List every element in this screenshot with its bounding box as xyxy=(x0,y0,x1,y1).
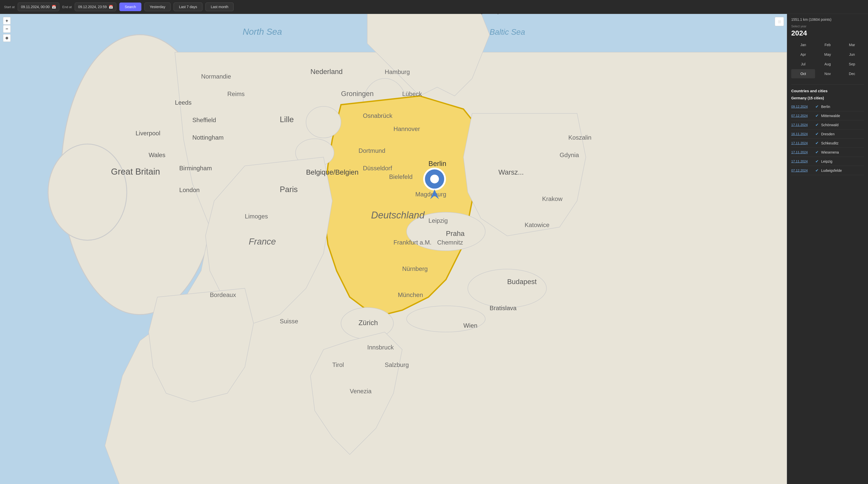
city-item: 07.12.2024✔Ludwigsfelde xyxy=(791,166,864,175)
top-bar: Start at 09.11.2024, 00:00 📅 End at 09.1… xyxy=(0,0,868,14)
svg-text:Wales: Wales xyxy=(149,152,165,158)
month-btn-sep[interactable]: Sep xyxy=(840,60,864,69)
end-calendar-icon: 📅 xyxy=(109,5,113,9)
month-btn-feb[interactable]: Feb xyxy=(815,40,839,50)
svg-text:Budapest: Budapest xyxy=(507,278,537,285)
svg-text:Nottingham: Nottingham xyxy=(192,134,223,141)
svg-text:Suisse: Suisse xyxy=(280,318,298,325)
city-check-icon: ✔ xyxy=(815,159,818,164)
location-button[interactable]: ⊕ xyxy=(3,34,11,42)
month-btn-jun[interactable]: Jun xyxy=(840,50,864,59)
city-name: Wiesenena xyxy=(821,150,839,154)
city-date[interactable]: 09.12.2024 xyxy=(791,105,813,109)
city-check-icon: ✔ xyxy=(815,150,818,155)
svg-text:Birmingham: Birmingham xyxy=(179,165,212,172)
city-date[interactable]: 07.12.2024 xyxy=(791,114,813,118)
svg-text:Reims: Reims xyxy=(227,90,245,97)
month-btn-dec[interactable]: Dec xyxy=(840,69,864,78)
city-check-icon: ✔ xyxy=(815,168,818,173)
svg-text:Region Syddanmark: Region Syddanmark xyxy=(472,14,528,14)
svg-text:Frankfurt a.M.: Frankfurt a.M. xyxy=(394,239,431,246)
svg-point-46 xyxy=(430,175,439,183)
month-btn-aug[interactable]: Aug xyxy=(815,60,839,69)
yesterday-button[interactable]: Yesterday xyxy=(145,3,171,11)
city-name: Mittenwalde xyxy=(821,114,840,118)
end-date-group: End at 09.12.2024, 23:59 📅 xyxy=(62,3,116,11)
svg-text:Bordeaux: Bordeaux xyxy=(210,292,236,298)
year-selector: Select year 2024 JanFebMarAprMayJunJulAu… xyxy=(787,24,868,82)
city-date[interactable]: 17.11.2024 xyxy=(791,141,813,145)
svg-text:Bratislava: Bratislava xyxy=(490,305,517,311)
start-date-group: Start at 09.11.2024, 00:00 📅 xyxy=(4,3,59,11)
month-btn-apr[interactable]: Apr xyxy=(791,50,815,59)
month-btn-jan[interactable]: Jan xyxy=(791,40,815,50)
divider xyxy=(791,84,864,85)
svg-text:France: France xyxy=(249,237,276,246)
select-year-label: Select year xyxy=(791,25,864,28)
city-item: 16.11.2024✔Dresden xyxy=(791,129,864,139)
city-check-icon: ✔ xyxy=(815,122,818,127)
end-date-value: 09.12.2024, 23:59 xyxy=(78,5,107,9)
svg-text:Koszalin: Koszalin xyxy=(568,134,591,141)
month-btn-nov[interactable]: Nov xyxy=(815,69,839,78)
svg-text:Great Britain: Great Britain xyxy=(111,167,160,176)
start-date-value: 09.11.2024, 00:00 xyxy=(21,5,50,9)
svg-text:Venezia: Venezia xyxy=(350,388,371,395)
month-btn-jul[interactable]: Jul xyxy=(791,60,815,69)
city-date[interactable]: 17.11.2024 xyxy=(791,159,813,163)
city-date[interactable]: 17.11.2024 xyxy=(791,150,813,154)
svg-text:Chemnitz: Chemnitz xyxy=(437,239,463,246)
start-label: Start at xyxy=(4,5,15,9)
city-check-icon: ✔ xyxy=(815,131,818,136)
last7days-button[interactable]: Last 7 days xyxy=(174,3,203,11)
svg-text:Paris: Paris xyxy=(280,185,298,194)
end-date-input[interactable]: 09.12.2024, 23:59 📅 xyxy=(75,3,116,11)
svg-text:Lübeck: Lübeck xyxy=(402,90,422,97)
month-btn-may[interactable]: May xyxy=(815,50,839,59)
svg-text:Belgique/Belgien: Belgique/Belgien xyxy=(306,168,359,176)
svg-point-9 xyxy=(468,269,547,308)
city-item: 17.11.2024✔Schkeuditz xyxy=(791,139,864,148)
svg-text:Tirol: Tirol xyxy=(332,361,344,368)
map-placeholder: Great Britain Deutschland France Groning… xyxy=(0,14,787,484)
zoom-in-button[interactable]: + xyxy=(3,17,11,25)
right-sidebar: 1551.1 km (10604 points) Select year 202… xyxy=(787,14,868,484)
svg-text:Leipzig: Leipzig xyxy=(428,217,448,224)
svg-text:Deutschland: Deutschland xyxy=(371,210,425,220)
svg-text:Osnabrück: Osnabrück xyxy=(363,112,393,119)
lastmonth-button[interactable]: Last month xyxy=(206,3,234,11)
search-button[interactable]: Search xyxy=(119,3,141,11)
start-date-input[interactable]: 09.11.2024, 00:00 📅 xyxy=(18,3,59,11)
city-date[interactable]: 16.11.2024 xyxy=(791,132,813,136)
country-name: Germany (15 cities) xyxy=(791,96,864,100)
city-name: Dresden xyxy=(821,132,835,136)
city-date[interactable]: 17.11.2024 xyxy=(791,123,813,127)
city-name: Leipzig xyxy=(821,159,832,163)
start-calendar-icon: 📅 xyxy=(52,5,56,9)
map-controls: + − ⊕ xyxy=(3,17,11,42)
zoom-out-button[interactable]: − xyxy=(3,25,11,33)
city-item: 17.11.2024✔Leipzig xyxy=(791,157,864,166)
svg-text:Praha: Praha xyxy=(446,230,465,237)
layers-button[interactable]: ⊞ xyxy=(775,17,784,26)
svg-text:Berlin: Berlin xyxy=(428,160,446,168)
end-label: End at xyxy=(62,5,72,9)
svg-text:Nederland: Nederland xyxy=(310,68,343,75)
svg-text:Wien: Wien xyxy=(463,322,477,329)
map-container: Great Britain Deutschland France Groning… xyxy=(0,14,787,484)
main-content: Great Britain Deutschland France Groning… xyxy=(0,14,868,484)
svg-text:Normandie: Normandie xyxy=(201,73,231,80)
svg-text:Baltic Sea: Baltic Sea xyxy=(490,28,525,36)
month-btn-oct[interactable]: Oct xyxy=(791,69,815,78)
svg-text:Nürnberg: Nürnberg xyxy=(402,265,428,272)
city-check-icon: ✔ xyxy=(815,141,818,146)
svg-text:Limoges: Limoges xyxy=(245,213,268,220)
city-item: 17.11.2024✔Schönwald xyxy=(791,120,864,129)
svg-text:North Sea: North Sea xyxy=(243,27,282,36)
city-check-icon: ✔ xyxy=(815,113,818,118)
months-grid: JanFebMarAprMayJunJulAugSepOctNovDec xyxy=(791,40,864,78)
svg-text:Hannover: Hannover xyxy=(394,125,420,132)
month-btn-mar[interactable]: Mar xyxy=(840,40,864,50)
svg-text:München: München xyxy=(398,292,423,298)
city-date[interactable]: 07.12.2024 xyxy=(791,169,813,172)
